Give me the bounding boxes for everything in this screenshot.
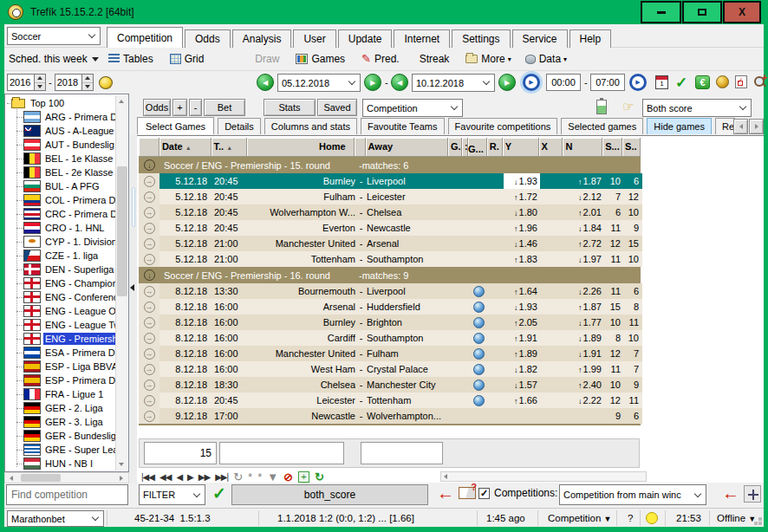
collapse-arrow-icon[interactable] [130,284,134,291]
column-header[interactable]: Away [366,138,448,157]
nav-button[interactable]: ↻ [233,470,243,483]
tree-item[interactable]: ENG - Champion [5,276,116,290]
nav-button[interactable]: ◀ [176,472,182,482]
competition-menu[interactable]: Competition ▼ [548,513,612,523]
filter-select[interactable]: FILTER [139,484,205,505]
splitter-handle[interactable] [132,187,135,227]
tree-item[interactable]: HUN - NB I [5,457,116,470]
page-tab[interactable]: Details [218,118,261,134]
menu-tab[interactable]: Help [569,29,612,48]
table-row[interactable]: → 8.12.18 16:00 West Ham - Crystal Palac… [139,361,641,377]
tree-item[interactable]: CYP - 1. Division [5,235,116,249]
column-header[interactable]: G... [468,138,487,157]
row-arrow-icon[interactable]: → [144,333,155,344]
row-arrow-icon[interactable]: → [144,348,155,360]
nav-button[interactable]: ▶▶| [215,472,228,482]
resize-grip[interactable] [758,522,762,525]
column-header[interactable]: S... [602,138,622,157]
menu-tab[interactable]: Settings [452,29,510,48]
column-header[interactable]: N [563,138,602,157]
tree-item[interactable]: FRA - Ligue 1 [5,387,116,401]
row-arrow-icon[interactable]: → [144,364,155,375]
saved-button[interactable]: Saved [317,99,357,116]
tab-scroll-left-button[interactable] [733,119,748,134]
menu-tab[interactable]: Service [512,29,568,48]
column-header[interactable]: S.. [622,138,641,157]
tree-item[interactable]: ESP - Liga BBVA [5,360,116,373]
group-header-row[interactable]: ↓ Soccer / ENG - Premiership - 15. round… [139,157,641,173]
filter-input[interactable] [361,442,443,464]
year-from-input[interactable] [8,75,34,90]
tree-item[interactable]: GER - 3. Liga [5,415,116,429]
tree-item[interactable]: GER - 2. Liga [5,401,116,415]
tree-item[interactable]: ESA - Primera Div [5,346,116,360]
row-arrow-icon[interactable]: → [144,176,155,187]
row-arrow-icon[interactable]: → [144,207,155,218]
sport-select[interactable]: Soccer [7,27,101,45]
date-to-prev-button[interactable]: ◀ [391,74,408,91]
nav-button[interactable]: ⊘ [283,470,293,483]
table-row[interactable]: → 8.12.18 16:00 Manchester United - Fulh… [139,346,641,361]
saved-filter-button[interactable]: both_score [231,484,428,505]
time-to-input[interactable] [590,74,625,91]
table-row[interactable]: → 9.12.18 17:00 Newcastle - Wolverhampto… [139,408,641,424]
year-from-spinner[interactable] [7,74,46,91]
time-from-input[interactable] [546,74,581,91]
grid-hscrollbar[interactable] [440,471,647,482]
nav-button[interactable]: + [298,471,309,483]
table-row[interactable]: → 5.12.18 21:00 Manchester United - Arse… [139,236,641,251]
tree-item[interactable]: ENG - Conferenc [5,290,116,304]
menu-tab[interactable]: Update [338,29,393,48]
table-row[interactable]: → 5.12.18 20:45 Everton - Newcastle ↑1.9… [139,220,641,236]
table-row[interactable]: → 5.12.18 20:45 Fulham - Leicester ↑1.72 [139,189,641,204]
filter-input[interactable] [219,442,344,464]
toolbar-button[interactable]: Streak [416,53,452,65]
tree-item[interactable]: CZE - 1. liga [5,249,116,263]
table-row[interactable]: → 8.12.18 16:00 Cardiff - Southampton ↑1… [139,330,641,346]
tree-item[interactable]: CRC - Primera Di [5,207,116,221]
time-start-button[interactable]: ▶ [523,74,540,91]
column-header[interactable] [355,138,366,157]
row-arrow-icon[interactable]: → [144,191,155,203]
minus-button[interactable]: - [189,99,202,116]
table-row[interactable]: → 8.12.18 13:30 Bournemouth - Liverpool … [139,283,641,299]
page-tab[interactable]: Selected games [561,118,643,134]
indicator-icon[interactable] [596,100,607,114]
competitions-checkbox[interactable]: ✓ Competitions: [478,487,557,499]
row-arrow-icon[interactable]: → [144,411,155,422]
tree-item[interactable]: GER - Bundeslig [5,429,116,443]
table-row[interactable]: → 8.12.18 16:00 Arsenal - Huddersfield ↓… [139,299,641,315]
help-book-icon[interactable] [459,487,476,499]
euro-icon[interactable]: € [695,75,710,89]
date-to-next-button[interactable]: ▶ [498,74,516,91]
menu-tab[interactable]: Odds [185,29,231,48]
date-to-select[interactable]: 10.12.2018 [412,74,495,92]
tree-item[interactable]: CRO - 1. HNL [5,221,116,235]
row-arrow-icon[interactable]: → [144,302,155,313]
nav-button[interactable]: ▶ [187,472,193,482]
row-arrow-icon[interactable]: → [144,317,155,328]
tree-item[interactable]: ARG - Primera Di [5,110,116,124]
column-header[interactable]: : [462,138,468,157]
minimize-button[interactable] [641,1,681,23]
bet-button[interactable]: Bet [204,99,245,116]
tree-item[interactable]: ENG - League Tw [5,318,116,332]
left-arrow-icon[interactable]: ← [437,485,454,501]
nav-button[interactable]: |◀◀ [141,472,154,482]
page-tab[interactable]: Results of a [715,118,735,134]
competitions-source-select[interactable]: Competition from main winc [559,484,706,505]
left-arrow-icon[interactable]: ← [722,485,739,501]
zoom-plus-icon[interactable]: + [753,75,766,88]
year-to-spinner[interactable] [55,74,94,91]
row-arrow-icon[interactable]: → [144,223,155,234]
column-header[interactable]: X [539,138,563,157]
column-header[interactable]: Home [247,138,354,157]
move-cross-button[interactable] [744,485,761,503]
toolbar-button[interactable]: More ▾ [465,53,511,65]
nav-button[interactable]: * [257,470,262,483]
page-tab[interactable]: Favoutite Teams [361,118,445,134]
bookmaker-select[interactable]: Marathonbet [7,510,104,527]
nav-button[interactable]: ▶▶ [199,472,210,482]
toolbar-button[interactable]: Data ▾ [525,53,567,65]
column-header[interactable]: Date▲ [159,138,212,157]
